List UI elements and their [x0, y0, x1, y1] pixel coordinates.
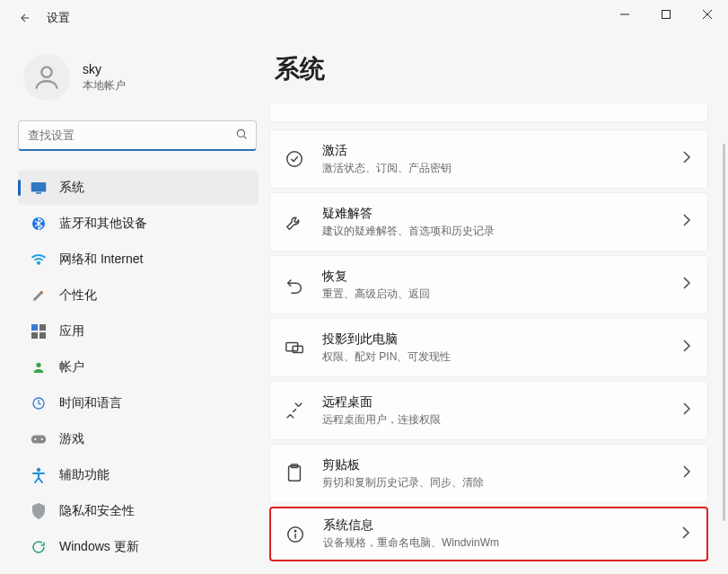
- chevron-right-icon: [681, 526, 690, 543]
- row-title: 恢复: [322, 269, 666, 285]
- row-subtitle: 建议的疑难解答、首选项和历史记录: [322, 224, 666, 239]
- row-subtitle: 剪切和复制历史记录、同步、清除: [322, 475, 666, 490]
- svg-rect-8: [36, 192, 41, 194]
- shield-icon: [31, 503, 47, 519]
- username-label: sky: [83, 62, 126, 76]
- sidebar-item-gaming[interactable]: 游戏: [18, 422, 259, 456]
- chevron-right-icon: [682, 214, 691, 230]
- caption-buttons: [604, 0, 728, 29]
- sidebar: sky 本地帐户 系统 蓝牙和其他设备 网络和 Internet: [0, 36, 269, 574]
- row-subtitle: 设备规格，重命名电脑、WindvinWm: [323, 535, 665, 551]
- svg-rect-22: [286, 343, 298, 351]
- sidebar-item-label: 帐户: [59, 359, 84, 375]
- display-icon: [31, 180, 47, 196]
- sidebar-item-label: Windows 更新: [59, 539, 139, 555]
- sidebar-item-apps[interactable]: 应用: [18, 314, 259, 349]
- svg-point-18: [34, 438, 36, 440]
- person-icon: [31, 359, 47, 375]
- back-icon[interactable]: [18, 11, 32, 25]
- svg-point-28: [294, 530, 295, 531]
- minimize-button[interactable]: [604, 0, 645, 29]
- svg-rect-14: [39, 332, 46, 339]
- row-title: 剪贴板: [322, 457, 666, 473]
- sidebar-item-label: 辅助功能: [59, 467, 110, 483]
- svg-rect-12: [39, 324, 46, 331]
- chevron-right-icon: [682, 465, 691, 481]
- svg-point-4: [41, 67, 51, 77]
- update-icon: [31, 539, 47, 555]
- sidebar-item-label: 系统: [59, 180, 84, 196]
- sidebar-item-bluetooth[interactable]: 蓝牙和其他设备: [18, 207, 259, 241]
- info-icon: [284, 523, 307, 546]
- wrench-icon: [283, 210, 306, 234]
- sidebar-item-windows-update[interactable]: Windows 更新: [18, 530, 259, 564]
- search-icon: [235, 128, 248, 143]
- sidebar-item-label: 个性化: [59, 287, 97, 304]
- sidebar-item-privacy[interactable]: 隐私和安全性: [18, 494, 259, 528]
- sidebar-item-accounts[interactable]: 帐户: [18, 350, 259, 384]
- row-subtitle: 重置、高级启动、返回: [322, 287, 666, 302]
- globe-clock-icon: [31, 395, 47, 411]
- wifi-icon: [31, 252, 47, 268]
- clipboard-icon: [283, 462, 306, 485]
- svg-point-20: [37, 468, 40, 472]
- svg-rect-17: [31, 436, 47, 444]
- app-title: 设置: [47, 10, 70, 26]
- svg-point-19: [41, 438, 43, 440]
- sidebar-nav: 系统 蓝牙和其他设备 网络和 Internet 个性化 应用 帐户: [18, 171, 259, 564]
- sidebar-item-personalization[interactable]: 个性化: [18, 278, 259, 313]
- brush-icon: [31, 287, 47, 304]
- row-title: 系统信息: [323, 517, 665, 534]
- sidebar-item-label: 应用: [59, 323, 84, 340]
- chevron-right-icon: [682, 340, 691, 356]
- sidebar-item-label: 隐私和安全性: [59, 503, 135, 519]
- maximize-button[interactable]: [645, 0, 687, 29]
- svg-point-21: [287, 152, 303, 167]
- svg-point-5: [237, 129, 244, 137]
- row-system-info[interactable]: 系统信息 设备规格，重命名电脑、WindvinWm: [269, 507, 708, 561]
- row-subtitle: 激活状态、订阅、产品密钥: [322, 161, 666, 176]
- scrollbar[interactable]: [723, 144, 725, 521]
- bluetooth-icon: [31, 216, 47, 232]
- page-title: 系统: [269, 52, 708, 86]
- accessibility-icon: [31, 467, 47, 483]
- profile-block[interactable]: sky 本地帐户: [18, 54, 259, 101]
- row-troubleshoot[interactable]: 疑难解答 建议的疑难解答、首选项和历史记录: [269, 192, 708, 252]
- svg-point-10: [38, 262, 39, 264]
- row-activation[interactable]: 激活 激活状态、订阅、产品密钥: [269, 129, 708, 189]
- sidebar-item-accessibility[interactable]: 辅助功能: [18, 458, 259, 492]
- sidebar-item-label: 游戏: [59, 431, 84, 447]
- row-project-to-pc[interactable]: 投影到此电脑 权限、配对 PIN、可发现性: [269, 318, 708, 377]
- row-title: 激活: [322, 143, 666, 159]
- sidebar-item-time-language[interactable]: 时间和语言: [18, 386, 259, 420]
- rows: 激活 激活状态、订阅、产品密钥 疑难解答 建议的疑难解答、首选项和历史记录 恢复…: [269, 104, 708, 570]
- close-button[interactable]: [687, 0, 728, 29]
- check-circle-icon: [283, 147, 306, 171]
- sidebar-item-network[interactable]: 网络和 Internet: [18, 243, 259, 277]
- row-cutoff-top[interactable]: [269, 104, 708, 122]
- remote-icon: [283, 399, 306, 422]
- svg-rect-13: [31, 332, 38, 339]
- chevron-right-icon: [682, 402, 691, 419]
- sidebar-item-system[interactable]: 系统: [18, 171, 259, 205]
- row-clipboard[interactable]: 剪贴板 剪切和复制历史记录、同步、清除: [269, 444, 708, 503]
- undo-icon: [283, 273, 306, 296]
- search-input[interactable]: [18, 120, 257, 151]
- row-remote-desktop[interactable]: 远程桌面 远程桌面用户，连接权限: [269, 381, 708, 440]
- main-content: 系统 激活 激活状态、订阅、产品密钥 疑难解答 建议的疑难解答、首选项和历史记录: [269, 36, 728, 574]
- apps-icon: [31, 323, 47, 340]
- sidebar-item-label: 蓝牙和其他设备: [59, 216, 147, 232]
- account-type-label: 本地帐户: [83, 78, 126, 93]
- row-title: 投影到此电脑: [322, 331, 666, 348]
- sidebar-item-label: 时间和语言: [59, 395, 122, 411]
- row-recovery[interactable]: 恢复 重置、高级启动、返回: [269, 255, 708, 314]
- chevron-right-icon: [682, 151, 691, 167]
- svg-rect-11: [31, 324, 38, 331]
- svg-line-6: [244, 137, 247, 139]
- row-subtitle: 权限、配对 PIN、可发现性: [322, 349, 666, 365]
- row-title: 疑难解答: [322, 206, 666, 222]
- chevron-right-icon: [682, 277, 691, 293]
- svg-rect-1: [662, 11, 671, 19]
- search-wrap: [18, 120, 257, 151]
- avatar: [23, 54, 70, 101]
